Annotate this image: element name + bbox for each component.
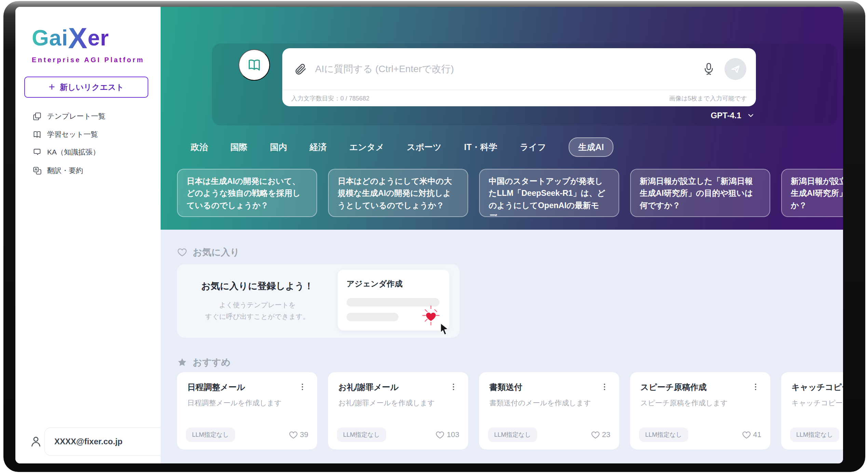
favorites-cta-title: お気に入りに登録しよう！: [201, 280, 313, 292]
template-desc: スピーチ原稿を作成します: [640, 398, 760, 408]
llm-chip: LLM指定なし: [488, 428, 537, 442]
suggestion-card[interactable]: 新潟日報が設立した「新潟日報生成AI研究所」の狙いは何ですか？: [781, 169, 843, 217]
recommended-heading: おすすめ: [177, 356, 231, 368]
image-limit-hint: 画像は5枚まで入力可能です: [669, 94, 747, 103]
template-desc: 書類送付のメールを作成します: [489, 398, 609, 408]
template-title: 日程調整メール: [187, 382, 245, 393]
favorites-heading-label: お気に入り: [193, 246, 240, 258]
like-count-value: 23: [602, 430, 610, 439]
sidebar-item-label: 翻訳・要約: [47, 166, 83, 175]
send-icon: [730, 64, 741, 75]
kebab-menu-icon[interactable]: [751, 382, 760, 391]
sidebar-item-label: KA（知識拡張）: [47, 147, 100, 157]
like-count[interactable]: 39: [289, 430, 308, 440]
llm-chip: LLM指定なし: [639, 428, 688, 442]
favorites-cta-subtext: よく使うテンプレートを すぐに呼び出すことができます。: [205, 299, 310, 322]
template-title: 書類送付: [489, 382, 522, 393]
prompt-composer: 入力文字数目安：0 / 785682 画像は5枚まで入力可能です: [282, 48, 756, 106]
template-card[interactable]: 日程調整メール 日程調整メールを作成します LLM指定なし 39: [177, 372, 317, 449]
composer-hint-row: 入力文字数目安：0 / 785682 画像は5枚まで入力可能です: [282, 90, 756, 106]
char-count-hint: 入力文字数目安：0 / 785682: [291, 94, 369, 103]
tab-sports[interactable]: スポーツ: [407, 141, 442, 153]
recommended-cards-row: 日程調整メール 日程調整メールを作成します LLM指定なし 39 お礼/謝罪メー…: [177, 372, 843, 449]
template-desc: お礼/謝罪メールを作成します: [338, 398, 458, 408]
main-area: 入力文字数目安：0 / 785682 画像は5枚まで入力可能です GPT-4.1…: [161, 7, 843, 463]
sidebar-item-ka[interactable]: KA（知識拡張）: [32, 145, 100, 159]
template-title: スピーチ原稿作成: [640, 382, 707, 393]
suggestion-row: 日本は生成AIの開発において、どのような独自の戦略を採用しているのでしょうか？ …: [177, 169, 843, 217]
model-selector-label: GPT-4.1: [711, 111, 741, 120]
like-count-value: 39: [300, 430, 308, 439]
prompt-input[interactable]: [315, 64, 703, 75]
mouse-cursor-icon: [438, 322, 451, 336]
tab-international[interactable]: 国際: [230, 141, 247, 153]
book-icon: [32, 130, 42, 139]
tab-it-science[interactable]: IT・科学: [464, 141, 497, 153]
model-selector[interactable]: GPT-4.1: [711, 111, 755, 120]
like-count[interactable]: 23: [591, 430, 610, 440]
suggestion-card[interactable]: 中国のスタートアップが発表したLLM「DeepSeek-R1」は、どのようにして…: [479, 169, 619, 217]
sidebar-item-templates[interactable]: テンプレート一覧: [32, 109, 105, 123]
placeholder-bar: [347, 313, 398, 321]
template-card[interactable]: スピーチ原稿作成 スピーチ原稿を作成します LLM指定なし 41: [630, 372, 770, 449]
heart-outline-icon: [289, 430, 298, 440]
template-card[interactable]: キャッチコピー案作成 キャッチコピー案を作成します LLM指定なし: [781, 372, 843, 449]
kebab-menu-icon[interactable]: [600, 382, 609, 391]
composer-input-row: [282, 48, 756, 90]
chevron-down-icon: [747, 111, 755, 120]
favorites-cta-line1: よく使うテンプレートを: [205, 299, 310, 311]
category-tabs: 政治 国際 国内 経済 エンタメ スポーツ IT・科学 ライフ 生成AI: [191, 136, 613, 158]
chat-bubble-icon: [32, 148, 42, 157]
kebab-menu-icon[interactable]: [449, 382, 458, 391]
tab-life[interactable]: ライフ: [520, 141, 546, 153]
favorites-sample-title: アジェンダ作成: [347, 279, 440, 289]
suggestion-card[interactable]: 新潟日報が設立した「新潟日報生成AI研究所」の目的や狙いは何ですか？: [630, 169, 770, 217]
suggestion-card[interactable]: 日本はどのようにして米中の大規模な生成AIの開発に対抗しようとしているのでしょう…: [328, 169, 468, 217]
favorites-cta: お気に入りに登録しよう！ よく使うテンプレートを すぐに呼び出すことができます。: [177, 264, 338, 338]
star-icon: [177, 357, 187, 367]
kebab-menu-icon[interactable]: [298, 382, 307, 391]
tab-entertainment[interactable]: エンタメ: [349, 141, 384, 153]
like-count-value: 41: [753, 430, 761, 439]
suggestion-card[interactable]: 日本は生成AIの開発において、どのような独自の戦略を採用しているのでしょうか？: [177, 169, 317, 217]
like-count[interactable]: 41: [742, 430, 761, 440]
sidebar-item-learning-sets[interactable]: 学習セット一覧: [32, 127, 98, 141]
sidebar: GaiXer Enterprise AGI Platform + 新しいリクエス…: [15, 7, 161, 463]
copy-icon: [32, 112, 42, 121]
heart-outline-icon: [177, 247, 187, 257]
sidebar-item-translate[interactable]: 翻訳・要約: [32, 164, 83, 177]
paperclip-icon[interactable]: [294, 63, 307, 76]
brand-tagline: Enterprise AGI Platform: [32, 56, 155, 64]
tab-generative-ai[interactable]: 生成AI: [569, 137, 613, 157]
user-account[interactable]: XXXX@fixer.co.jp: [44, 427, 161, 456]
plus-icon: +: [49, 81, 55, 92]
like-count[interactable]: 103: [435, 430, 459, 440]
favorites-cta-line2: すぐに呼び出すことができます。: [205, 311, 310, 322]
template-desc: キャッチコピー案を作成します: [791, 398, 843, 408]
microphone-icon[interactable]: [703, 62, 715, 77]
logo-part-x: X: [68, 22, 87, 54]
prompt-library-button[interactable]: [239, 49, 270, 81]
llm-chip: LLM指定なし: [790, 428, 839, 442]
tab-economy[interactable]: 経済: [310, 141, 327, 153]
heart-outline-icon: [435, 430, 445, 440]
brand-logo: GaiXer Enterprise AGI Platform: [32, 24, 155, 64]
send-button[interactable]: [724, 58, 746, 80]
app-window: GaiXer Enterprise AGI Platform + 新しいリクエス…: [15, 7, 843, 463]
translate-icon: [32, 166, 42, 175]
logo-part-gai: Gai: [32, 26, 68, 50]
heart-outline-icon: [742, 430, 751, 440]
tab-domestic[interactable]: 国内: [270, 141, 287, 153]
favorites-sample-card: アジェンダ作成: [338, 270, 449, 330]
user-email: XXXX@fixer.co.jp: [54, 437, 122, 446]
open-book-icon: [247, 57, 262, 72]
tab-politics[interactable]: 政治: [191, 141, 208, 153]
template-card[interactable]: お礼/謝罪メール お礼/謝罪メールを作成します LLM指定なし 103: [328, 372, 468, 449]
template-title: お礼/謝罪メール: [338, 382, 398, 393]
template-title: キャッチコピー案作成: [791, 382, 843, 393]
user-icon: [29, 435, 43, 448]
brand-logo-text: GaiXer: [32, 24, 155, 53]
llm-chip: LLM指定なし: [337, 428, 386, 442]
template-card[interactable]: 書類送付 書類送付のメールを作成します LLM指定なし 23: [479, 372, 619, 449]
new-request-button[interactable]: + 新しいリクエスト: [24, 77, 148, 98]
